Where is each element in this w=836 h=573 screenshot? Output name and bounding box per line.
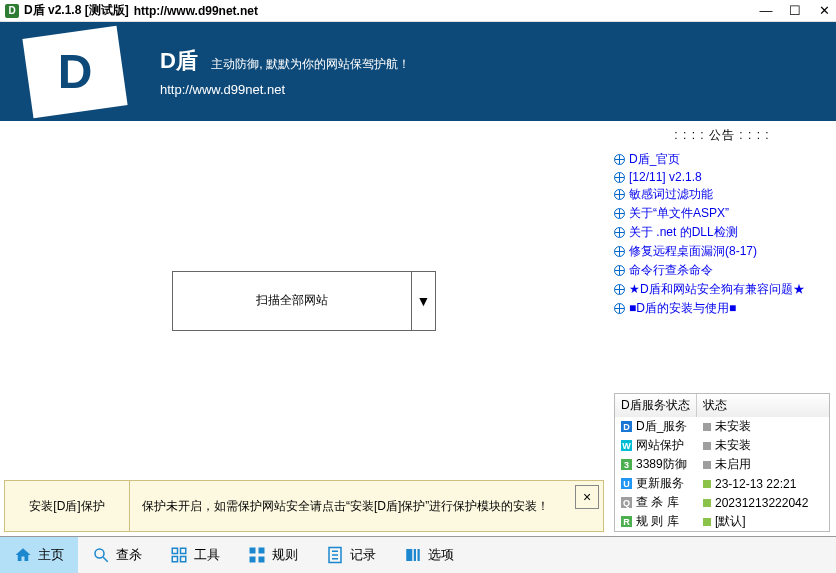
status-row: R规 则 库[默认] xyxy=(615,512,829,531)
nav-tab-tools[interactable]: 工具 xyxy=(156,537,234,573)
svg-rect-2 xyxy=(172,548,177,553)
app-icon: D xyxy=(5,4,19,18)
banner-title: D盾 xyxy=(160,48,198,73)
svg-rect-14 xyxy=(406,549,412,561)
nav-label: 选项 xyxy=(428,546,454,564)
status-service-icon: W xyxy=(621,440,632,451)
status-value: 23-12-13 22:21 xyxy=(715,477,796,491)
announce-link: ■D盾的安装与使用■ xyxy=(629,300,736,317)
home-icon xyxy=(14,546,32,564)
svg-rect-8 xyxy=(250,557,256,563)
nav-label: 查杀 xyxy=(116,546,142,564)
install-protect-button[interactable]: 安装[D盾]保护 xyxy=(5,481,130,531)
announce-link: [12/11] v2.1.8 xyxy=(629,170,702,184)
nav-label: 主页 xyxy=(38,546,64,564)
nav-tab-rules[interactable]: 规则 xyxy=(234,537,312,573)
announce-item[interactable]: 修复远程桌面漏洞(8-17) xyxy=(614,242,830,261)
globe-icon xyxy=(614,189,625,200)
rules-icon xyxy=(248,546,266,564)
announce-item[interactable]: ★D盾和网站安全狗有兼容问题★ xyxy=(614,280,830,299)
status-service-icon: 3 xyxy=(621,459,632,470)
announce-item[interactable]: 敏感词过滤功能 xyxy=(614,185,830,204)
announce-link: 关于“单文件ASPX” xyxy=(629,205,729,222)
status-service-name: 网站保护 xyxy=(636,437,684,454)
nav-tab-options[interactable]: 选项 xyxy=(390,537,468,573)
globe-icon xyxy=(614,227,625,238)
globe-icon xyxy=(614,284,625,295)
status-service-name: 查 杀 库 xyxy=(636,494,679,511)
status-dot-icon xyxy=(703,518,711,526)
nav-label: 工具 xyxy=(194,546,220,564)
status-dot-icon xyxy=(703,480,711,488)
status-row: 33389防御未启用 xyxy=(615,455,829,474)
announce-link: 修复远程桌面漏洞(8-17) xyxy=(629,243,757,260)
announce-item[interactable]: [12/11] v2.1.8 xyxy=(614,169,830,185)
banner-url: http://www.d99net.net xyxy=(160,82,410,97)
banner-logo-letter: D xyxy=(58,44,93,99)
notice-close-button[interactable]: × xyxy=(575,485,599,509)
nav-tab-scan[interactable]: 查杀 xyxy=(78,537,156,573)
announce-item[interactable]: 命令行查杀命令 xyxy=(614,261,830,280)
maximize-button[interactable]: ☐ xyxy=(788,3,802,18)
svg-rect-16 xyxy=(418,549,420,561)
scan-container: 扫描全部网站 ▼ xyxy=(172,271,436,331)
svg-line-1 xyxy=(103,557,108,562)
status-service-name: D盾_服务 xyxy=(636,418,687,435)
svg-rect-3 xyxy=(181,548,186,553)
banner-content: D盾 主动防御, 默默为你的网站保驾护航！ http://www.d99net.… xyxy=(150,46,410,97)
announce-link: ★D盾和网站安全狗有兼容问题★ xyxy=(629,281,805,298)
nav-tab-log[interactable]: 记录 xyxy=(312,537,390,573)
globe-icon xyxy=(614,265,625,276)
status-table: D盾服务状态 状态 DD盾_服务未安装W网站保护未安装33389防御未启用U更新… xyxy=(614,393,830,532)
svg-rect-6 xyxy=(250,548,256,554)
svg-rect-7 xyxy=(259,548,265,554)
nav-tab-home[interactable]: 主页 xyxy=(0,537,78,573)
announce-item[interactable]: 关于 .net 的DLL检测 xyxy=(614,223,830,242)
svg-rect-9 xyxy=(259,557,265,563)
tools-icon xyxy=(170,546,188,564)
globe-icon xyxy=(614,208,625,219)
options-icon xyxy=(404,546,422,564)
status-dot-icon xyxy=(703,499,711,507)
scan-all-button[interactable]: 扫描全部网站 xyxy=(172,271,412,331)
right-column: : : : : 公告 : : : : D盾_官页[12/11] v2.1.8敏感… xyxy=(608,121,836,536)
announce-link: 命令行查杀命令 xyxy=(629,262,713,279)
titlebar: D D盾 v2.1.8 [测试版] http://www.d99net.net … xyxy=(0,0,836,22)
svg-rect-4 xyxy=(172,557,177,562)
globe-icon xyxy=(614,172,625,183)
window-title: D盾 v2.1.8 [测试版] xyxy=(24,2,129,19)
announce-item[interactable]: 关于“单文件ASPX” xyxy=(614,204,830,223)
announce-title: : : : : 公告 : : : : xyxy=(614,127,830,144)
status-value: [默认] xyxy=(715,513,746,530)
status-header-service: D盾服务状态 xyxy=(615,394,697,417)
banner-logo: D xyxy=(0,22,150,121)
svg-rect-15 xyxy=(414,549,416,561)
status-service-name: 更新服务 xyxy=(636,475,684,492)
status-service-icon: U xyxy=(621,478,632,489)
announce-link: D盾_官页 xyxy=(629,151,680,168)
notice-text: 保护未开启，如需保护网站安全请点击“安装[D盾]保护”进行保护模块的安装！ xyxy=(130,481,571,531)
status-row: U更新服务23-12-13 22:21 xyxy=(615,474,829,493)
status-value: 未安装 xyxy=(715,418,751,435)
scan-dropdown-arrow[interactable]: ▼ xyxy=(412,271,436,331)
globe-icon xyxy=(614,246,625,257)
status-dot-icon xyxy=(703,461,711,469)
globe-icon xyxy=(614,154,625,165)
svg-rect-5 xyxy=(181,557,186,562)
announce-link: 关于 .net 的DLL检测 xyxy=(629,224,738,241)
banner-slogan: 主动防御, 默默为你的网站保驾护航！ xyxy=(211,57,410,71)
announce-item[interactable]: D盾_官页 xyxy=(614,150,830,169)
left-column: 扫描全部网站 ▼ 安装[D盾]保护 保护未开启，如需保护网站安全请点击“安装[D… xyxy=(0,121,608,536)
nav-bar: 主页查杀工具规则记录选项 xyxy=(0,536,836,573)
status-dot-icon xyxy=(703,442,711,450)
status-value: 20231213222042 xyxy=(715,496,808,510)
banner: D D盾 主动防御, 默默为你的网站保驾护航！ http://www.d99ne… xyxy=(0,22,836,121)
status-value: 未启用 xyxy=(715,456,751,473)
announce-item[interactable]: ■D盾的安装与使用■ xyxy=(614,299,830,318)
status-row: Q查 杀 库20231213222042 xyxy=(615,493,829,512)
status-service-name: 3389防御 xyxy=(636,456,687,473)
status-header-state: 状态 xyxy=(697,394,733,417)
close-button[interactable]: ✕ xyxy=(817,3,831,18)
minimize-button[interactable]: — xyxy=(759,3,773,18)
status-row: DD盾_服务未安装 xyxy=(615,417,829,436)
